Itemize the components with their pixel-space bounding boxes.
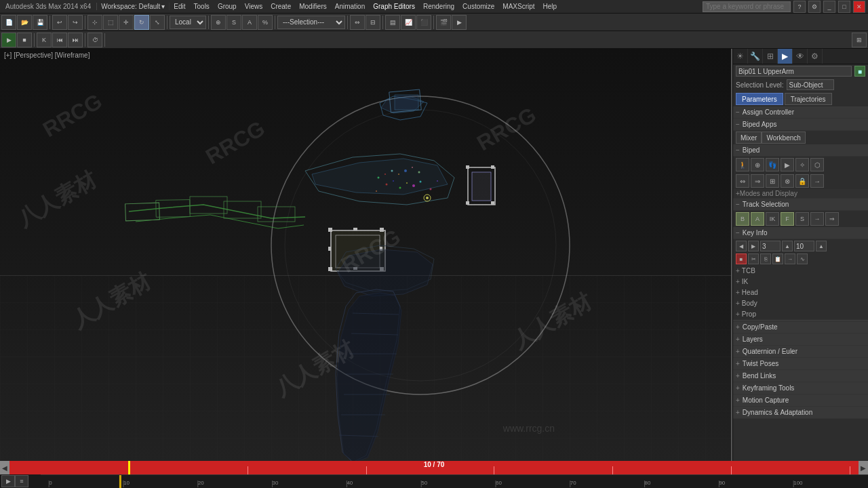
mixer-btn[interactable]: Mixer	[736, 131, 762, 144]
open-btn[interactable]: 📂	[17, 15, 32, 30]
prev-key-btn[interactable]: ⏮	[52, 33, 67, 47]
layers-header[interactable]: + Layers	[733, 333, 868, 346]
twist-poses-header[interactable]: + Twist Poses	[733, 358, 868, 370]
biped-anchor-icon[interactable]: ⊗	[781, 174, 794, 188]
trajectories-tab[interactable]: Trajectories	[785, 93, 832, 105]
undo-btn[interactable]: ↩	[52, 15, 67, 30]
ki-wave-icon[interactable]: ∿	[797, 253, 808, 264]
select-region-btn[interactable]: ⬚	[103, 15, 118, 30]
tab-modify[interactable]: 🔧	[748, 49, 763, 64]
menu-group[interactable]: Group	[214, 0, 241, 14]
menu-customize[interactable]: Customize	[458, 0, 498, 14]
timeline[interactable]: ◀ 10 / 70 ▶	[0, 461, 868, 474]
ki-spinner-up2[interactable]: ▲	[816, 241, 827, 251]
ki-arrow-icon[interactable]: →	[785, 253, 795, 264]
ts-all-btn[interactable]: A	[751, 212, 764, 226]
key-mode-btn[interactable]: K	[37, 33, 52, 47]
biped-header[interactable]: − Biped	[733, 144, 868, 157]
scale-btn[interactable]: ⤡	[150, 15, 165, 30]
ts-face-btn[interactable]: F	[781, 212, 794, 226]
menu-views[interactable]: Views	[241, 0, 267, 14]
dynamics-header[interactable]: + Dynamics & Adaptation	[733, 407, 868, 419]
ki-prev-btn[interactable]: ◀	[736, 241, 747, 251]
align-btn[interactable]: ⊟	[366, 15, 380, 30]
menu-tools[interactable]: Tools	[190, 0, 214, 14]
biped-lock-icon[interactable]: 🔒	[795, 174, 809, 188]
timeline-next-btn[interactable]: ▶	[859, 461, 868, 474]
move-btn[interactable]: ✛	[119, 15, 134, 30]
tab-display2[interactable]: 👁	[793, 49, 808, 64]
search-input[interactable]	[703, 1, 791, 12]
dope-sheet-btn[interactable]: ⬛	[416, 15, 431, 30]
menu-graph-editors[interactable]: Graph Editors	[369, 0, 419, 14]
parameters-tab[interactable]: Parameters	[736, 93, 783, 105]
percent-snap-btn[interactable]: %	[258, 15, 273, 30]
quat-euler-header[interactable]: + Quaternion / Euler	[733, 346, 868, 358]
tab-motion[interactable]: ▶	[778, 49, 793, 64]
layer-btn[interactable]: ▤	[385, 15, 400, 30]
render-setup-btn[interactable]: 🎬	[436, 15, 451, 30]
biped-apps-header[interactable]: − Biped Apps	[733, 119, 868, 131]
biped-name-input[interactable]: Bip01 L UpperArm	[736, 66, 852, 77]
play-btn[interactable]: ▶	[1, 33, 16, 47]
workbench-btn[interactable]: Workbench	[762, 131, 805, 144]
select-filter[interactable]: ---Selection---	[277, 16, 345, 29]
keyframing-tools-header[interactable]: + Keyframing Tools	[733, 382, 868, 394]
viewport[interactable]: [+] [Perspective] [Wireframe]	[0, 49, 732, 461]
key-info-header[interactable]: − Key Info	[733, 227, 868, 239]
menu-animation[interactable]: Animation	[331, 0, 369, 14]
ki-paste-icon[interactable]: 📋	[772, 253, 783, 264]
ts-select-btn[interactable]: S	[795, 212, 809, 226]
ki-cut-icon[interactable]: ✂	[748, 253, 759, 264]
rotate-btn[interactable]: ↻	[134, 15, 149, 30]
next-key-btn[interactable]: ⏭	[68, 33, 83, 47]
mirror-btn[interactable]: ⇔	[350, 15, 365, 30]
biped-ik-icon[interactable]: ✧	[795, 158, 809, 171]
key-number-input[interactable]: 3	[760, 241, 781, 251]
menu-create[interactable]: Create	[267, 0, 295, 14]
ts-arrow-btn[interactable]: →	[810, 212, 824, 226]
biped-color-btn[interactable]: ■	[854, 66, 865, 77]
sub-object-input[interactable]: Sub-Object	[787, 79, 834, 90]
settings-icon[interactable]: ⚙	[808, 1, 821, 13]
biped-snap-icon[interactable]: ⊞	[766, 174, 779, 188]
new-btn[interactable]: 📄	[1, 15, 16, 30]
ki-red-icon[interactable]: ■	[736, 253, 747, 264]
menu-maxscript[interactable]: MAXScript	[498, 0, 538, 14]
select-btn[interactable]: ⊹	[87, 15, 102, 30]
motion-capture-header[interactable]: + Motion Capture	[733, 394, 868, 407]
timeline-inner[interactable]: 10 / 70	[9, 461, 859, 474]
body-row[interactable]: + Body	[733, 298, 868, 308]
menu-rendering[interactable]: Rendering	[419, 0, 458, 14]
close-icon[interactable]: ✕	[853, 1, 865, 13]
menu-edit[interactable]: Edit	[170, 0, 189, 14]
timeline-prev-btn[interactable]: ◀	[0, 461, 9, 474]
menu-modifiers[interactable]: Modifiers	[295, 0, 331, 14]
ki-copy-icon[interactable]: ⎘	[760, 253, 771, 264]
assign-controller-header[interactable]: − Assign Controller	[733, 106, 868, 119]
tcb-row[interactable]: + TCB	[733, 265, 868, 276]
biped-footstep-icon[interactable]: 👣	[766, 158, 779, 171]
stop-btn[interactable]: ■	[17, 33, 32, 47]
ik-row[interactable]: + IK	[733, 276, 868, 287]
biped-walk-icon[interactable]: 🚶	[736, 158, 749, 171]
biped-paste-icon[interactable]: ⇒	[751, 174, 764, 188]
redo-btn[interactable]: ↪	[68, 15, 83, 30]
modes-display-header[interactable]: +Modes and Display	[733, 189, 868, 199]
playhead[interactable]	[128, 461, 130, 474]
tab-hierarchy[interactable]: ⊞	[763, 49, 778, 64]
ts-arrow2-btn[interactable]: ⇒	[825, 212, 839, 226]
trackbar-options-btn[interactable]: ≡	[15, 475, 28, 487]
biped-prop-icon[interactable]: ⬡	[810, 158, 824, 171]
biped-motion-icon[interactable]: ▶	[781, 158, 794, 171]
biped-figure-icon[interactable]: ⊕	[751, 158, 764, 171]
snap-btn[interactable]: S	[226, 15, 241, 30]
ki-next-btn[interactable]: ▶	[748, 241, 759, 251]
biped-arrow-icon[interactable]: →	[810, 174, 824, 188]
ki-spinner-up[interactable]: ▲	[782, 241, 793, 251]
ts-body-btn[interactable]: B	[736, 212, 749, 226]
prop-row[interactable]: + Prop	[733, 308, 868, 319]
angle-snap-btn[interactable]: A	[242, 15, 257, 30]
curve-editor-btn[interactable]: 📈	[401, 15, 416, 30]
workspace-button[interactable]: Workspace: Default ▾	[97, 3, 170, 10]
